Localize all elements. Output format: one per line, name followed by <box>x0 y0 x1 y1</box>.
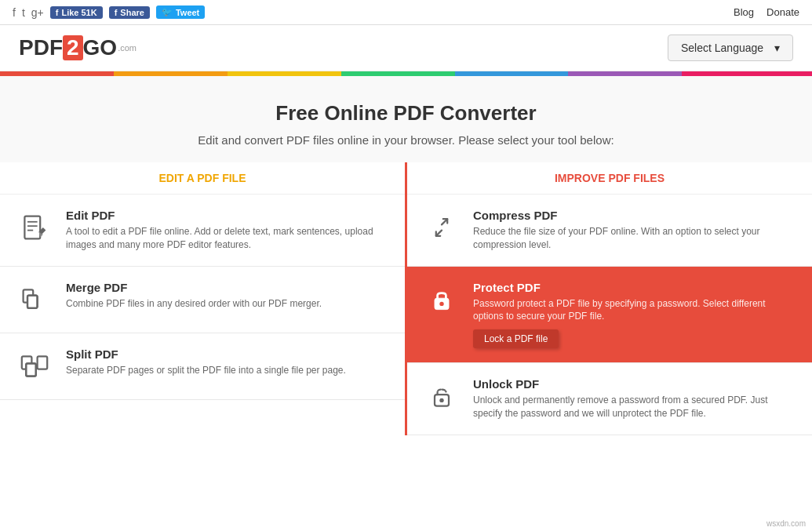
compress-pdf-content: Compress PDF Reduce the file size of you… <box>473 209 796 252</box>
edit-pdf-icon <box>16 209 53 246</box>
social-buttons: f t g+ f Like 51K f Share 🐦 Tweet <box>13 5 205 19</box>
facebook-icon[interactable]: f <box>13 6 16 19</box>
fb-share-button[interactable]: f Share <box>109 6 150 19</box>
logo-go: GO <box>83 35 118 60</box>
split-pdf-item[interactable]: Split PDF Separate PDF pages or split th… <box>0 333 405 400</box>
main-content: EDIT A PDF FILE Edit PDF A tool to edit … <box>0 162 812 435</box>
edit-pdf-desc: A tool to edit a PDF file online. Add or… <box>66 225 389 252</box>
hero-section: Free Online PDF Converter Edit and conve… <box>0 76 812 162</box>
fb-share-label: Share <box>120 8 144 17</box>
logo-pdf: PDF <box>19 35 63 60</box>
fb-icon: f <box>56 8 59 17</box>
merge-pdf-desc: Combine PDF files in any desired order w… <box>66 297 389 311</box>
svg-point-12 <box>439 301 443 305</box>
protect-pdf-title: Protect PDF <box>473 281 796 294</box>
chevron-down-icon: ▾ <box>774 42 780 54</box>
compress-pdf-title: Compress PDF <box>473 209 796 222</box>
page-title: Free Online PDF Converter <box>19 101 793 125</box>
language-label: Select Language <box>681 42 763 54</box>
page-subtitle: Edit and convert PDF files online in you… <box>19 133 793 147</box>
header: PDF 2 GO .com Select Language ▾ <box>0 25 812 71</box>
improve-column: IMPROVE PDF FILES Compress PDF Reduce th… <box>407 162 812 435</box>
unlock-pdf-title: Unlock PDF <box>473 377 796 391</box>
language-selector[interactable]: Select Language ▾ <box>668 35 793 61</box>
protect-pdf-icon <box>423 281 461 318</box>
protect-pdf-content: Protect PDF Password protect a PDF file … <box>473 281 796 349</box>
fb-share-icon: f <box>115 8 118 17</box>
improve-column-header: IMPROVE PDF FILES <box>407 162 812 195</box>
merge-pdf-title: Merge PDF <box>66 281 389 294</box>
nav-links: Blog Donate <box>734 6 799 18</box>
lock-pdf-button[interactable]: Lock a PDF file <box>473 329 559 348</box>
edit-pdf-title: Edit PDF <box>66 209 389 222</box>
logo-com: .com <box>118 43 137 53</box>
split-pdf-desc: Separate PDF pages or split the PDF file… <box>66 364 389 377</box>
top-bar: f t g+ f Like 51K f Share 🐦 Tweet Blog D… <box>0 0 812 25</box>
twitter-tweet-button[interactable]: 🐦 Tweet <box>156 5 205 19</box>
twitter-icon[interactable]: t <box>22 6 25 19</box>
protect-pdf-desc: Password protect a PDF file by specifyin… <box>473 297 796 324</box>
protect-pdf-item[interactable]: Protect PDF Password protect a PDF file … <box>407 267 812 364</box>
split-pdf-icon <box>16 347 53 385</box>
compress-pdf-desc: Reduce the file size of your PDF online.… <box>473 225 796 252</box>
svg-point-14 <box>439 398 443 402</box>
svg-rect-10 <box>38 356 48 369</box>
fb-like-label: Like 51K <box>61 8 96 17</box>
merge-pdf-icon <box>16 281 53 318</box>
unlock-pdf-desc: Unlock and permanently remove a password… <box>473 394 796 420</box>
split-pdf-content: Split PDF Separate PDF pages or split th… <box>66 347 389 377</box>
twitter-tweet-label: Tweet <box>176 8 199 17</box>
fb-like-button[interactable]: f Like 51K <box>50 6 103 19</box>
edit-column: EDIT A PDF FILE Edit PDF A tool to edit … <box>0 162 407 435</box>
unlock-pdf-icon <box>423 377 461 415</box>
twitter-bird-icon: 🐦 <box>162 7 173 17</box>
unlock-pdf-item[interactable]: Unlock PDF Unlock and permanently remove… <box>407 363 812 435</box>
compress-pdf-item[interactable]: Compress PDF Reduce the file size of you… <box>407 195 812 267</box>
split-pdf-title: Split PDF <box>66 347 389 361</box>
edit-column-header: EDIT A PDF FILE <box>0 162 405 195</box>
googleplus-icon[interactable]: g+ <box>31 6 44 19</box>
blog-link[interactable]: Blog <box>734 6 754 18</box>
merge-pdf-content: Merge PDF Combine PDF files in any desir… <box>66 281 389 311</box>
unlock-pdf-content: Unlock PDF Unlock and permanently remove… <box>473 377 796 420</box>
svg-rect-0 <box>24 216 40 239</box>
edit-pdf-item[interactable]: Edit PDF A tool to edit a PDF file onlin… <box>0 195 405 267</box>
edit-pdf-content: Edit PDF A tool to edit a PDF file onlin… <box>66 209 389 252</box>
donate-link[interactable]: Donate <box>766 6 799 18</box>
logo[interactable]: PDF 2 GO .com <box>19 35 137 60</box>
compress-pdf-icon <box>423 209 461 246</box>
merge-pdf-item[interactable]: Merge PDF Combine PDF files in any desir… <box>0 267 405 333</box>
logo-2: 2 <box>63 35 83 60</box>
svg-rect-5 <box>27 295 38 307</box>
svg-rect-8 <box>26 363 36 376</box>
